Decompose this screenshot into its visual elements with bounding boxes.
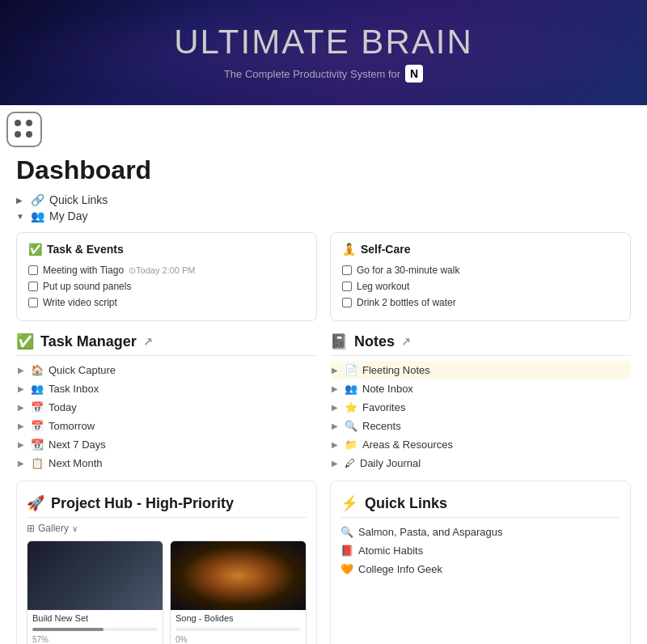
nav-arrow-4: ▶ [18,422,26,430]
nav-quick-capture-icon: 🏠 [31,364,44,376]
nav-arrow-3: ▶ [18,403,26,412]
task-item-3[interactable]: Write video script [28,294,305,311]
quick-link-college[interactable]: 🧡 College Info Geek [340,560,620,578]
nav-note-inbox-icon: 👥 [345,383,357,395]
gallery-chevron: ∨ [72,524,78,533]
nav-task-inbox-label: Task Inbox [49,383,99,395]
notes-title: Notes [354,333,395,350]
nav-favorites[interactable]: ▶ ⭐ Favorites [330,398,631,417]
notes-divider [330,355,631,356]
nav-areas-icon: 📁 [345,439,357,451]
bottom-section: 🚀 Project Hub - High-Priority ⊞ Gallery … [16,481,631,644]
dot-1 [15,120,21,126]
task-checkbox-3[interactable] [28,298,38,307]
app-icon [6,112,42,147]
quick-link-salmon-label: Salmon, Pasta, and Asparagus [358,526,503,538]
task-manager-title: Task Manager [40,333,137,350]
self-care-card: 🧘 Self-Care Go for a 30-minute walk Leg … [330,232,631,321]
nav-tomorrow-icon: 📅 [31,420,44,432]
nav-favorites-label: Favorites [362,401,405,413]
self-care-checkbox-3[interactable] [342,298,352,307]
nav-arrow-fn: ▶ [332,366,340,375]
quick-links-section-title: Quick Links [365,495,447,512]
nav-arrow-6: ▶ [18,459,26,468]
nav-fleeting-notes[interactable]: ▶ 📄 Fleeting Notes [330,361,631,379]
self-care-checkbox-2[interactable] [342,282,352,291]
nav-tomorrow-label: Tomorrow [49,420,95,432]
dot-3 [15,131,21,138]
nav-tomorrow[interactable]: ▶ 📅 Tomorrow [16,417,317,435]
collapse-arrow-quicklinks: ▶ [16,196,26,205]
quick-link-college-label: College Info Geek [358,563,442,575]
task-manager-divider [16,355,317,356]
nav-next7-label: Next 7 Days [49,439,106,451]
nav-arrow-fav: ▶ [332,403,340,412]
main-content: Dashboard ▶ 🔗 Quick Links ▼ 👥 My Day ✅ T… [0,155,647,644]
task-checkbox-2[interactable] [28,282,38,291]
quick-link-atomic-icon: 📕 [340,544,353,557]
self-care-item-2[interactable]: Leg workout [342,278,619,294]
nav-today[interactable]: ▶ 📅 Today [16,398,317,417]
self-care-text-1: Go for a 30-minute walk [357,265,459,276]
nav-task-inbox-icon: 👥 [31,383,44,395]
task-notes-section: ✅ Task Manager ↗ ▶ 🏠 Quick Capture ▶ 👥 T… [16,329,631,472]
nav-journal-icon: 🖊 [345,457,355,469]
project-1-progress-wrap: 57% [27,626,163,644]
nav-daily-journal[interactable]: ▶ 🖊 Daily Journal [330,454,631,472]
banner-subtitle: The Complete Productivity System for N [224,65,423,83]
task-manager-arrow-icon: ↗ [143,335,153,348]
gallery-grid: Build New Set 57% Song - Bolides [27,540,307,644]
my-day-collapse[interactable]: ▼ 👥 My Day [16,208,631,224]
my-day-cards: ✅ Task & Events Meeting with Tiago ⊙Toda… [16,232,631,321]
nav-note-inbox[interactable]: ▶ 👥 Note Inbox [330,379,631,398]
nav-journal-label: Daily Journal [360,457,421,469]
gallery-text: Gallery [38,523,69,534]
self-care-item-1[interactable]: Go for a 30-minute walk [342,262,619,278]
nav-today-label: Today [49,401,77,413]
quick-link-salmon-icon: 🔍 [340,526,353,538]
quick-link-salmon[interactable]: 🔍 Salmon, Pasta, and Asparagus [340,523,620,541]
gallery-card-1[interactable]: Build New Set 57% [27,540,163,644]
page-title: Dashboard [16,155,631,185]
project-2-image [171,541,306,610]
nav-quick-capture-label: Quick Capture [49,364,116,376]
gallery-label[interactable]: ⊞ Gallery ∨ [27,523,307,534]
task-meta-1: ⊙Today 2:00 PM [129,265,195,276]
project-1-image [27,541,163,610]
nav-fleeting-icon: 📄 [345,364,357,376]
nav-task-inbox[interactable]: ▶ 👥 Task Inbox [16,379,317,398]
dot-4 [26,131,32,138]
task-checkbox-1[interactable] [28,265,38,275]
notes-section: 📓 Notes ↗ ▶ 📄 Fleeting Notes ▶ 👥 Note In… [330,329,631,472]
nav-areas-label: Areas & Resources [362,439,453,451]
notes-nav: ▶ 📄 Fleeting Notes ▶ 👥 Note Inbox ▶ ⭐ Fa… [330,361,631,472]
project-2-progress-bg [175,628,301,631]
self-care-checkbox-1[interactable] [342,265,352,275]
nav-next-7[interactable]: ▶ 📆 Next 7 Days [16,435,317,454]
quick-links-collapse[interactable]: ▶ 🔗 Quick Links [16,192,631,208]
nav-today-icon: 📅 [31,401,44,413]
task-text-1: Meeting with Tiago [43,265,124,276]
project-hub-divider [27,517,307,518]
nav-recents-icon: 🔍 [345,420,357,432]
quick-link-college-icon: 🧡 [340,563,353,575]
project-1-title: Build New Set [27,610,163,626]
banner-title-bold: ULTIMATE [174,23,349,61]
self-care-item-3[interactable]: Drink 2 bottles of water [342,294,619,311]
task-events-icon: ✅ [28,243,42,256]
task-manager-section: ✅ Task Manager ↗ ▶ 🏠 Quick Capture ▶ 👥 T… [16,329,317,472]
nav-next-month[interactable]: ▶ 📋 Next Month [16,454,317,472]
task-item-2[interactable]: Put up sound panels [28,278,305,294]
header-banner: ULTIMATE BRAIN The Complete Productivity… [0,0,647,105]
project-1-progress-label: 57% [32,635,49,644]
self-care-title: 🧘 Self-Care [342,243,619,256]
nav-fleeting-label: Fleeting Notes [362,364,430,376]
nav-areas-resources[interactable]: ▶ 📁 Areas & Resources [330,435,631,454]
task-item[interactable]: Meeting with Tiago ⊙Today 2:00 PM [28,262,305,278]
project-1-progress-fill [32,628,104,631]
nav-arrow-1: ▶ [18,366,26,375]
nav-recents[interactable]: ▶ 🔍 Recents [330,417,631,435]
gallery-card-2[interactable]: Song - Bolides 0% [170,540,307,644]
quick-link-atomic[interactable]: 📕 Atomic Habits [340,541,620,560]
nav-quick-capture[interactable]: ▶ 🏠 Quick Capture [16,361,317,379]
